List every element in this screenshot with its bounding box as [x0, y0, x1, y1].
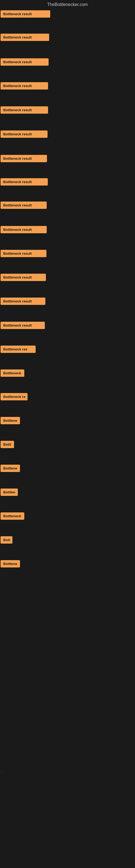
card-row-4: Bottleneck result [1, 82, 48, 91]
card-row-21: Bottlen [1, 489, 18, 497]
card-row-7: Bottleneck result [1, 155, 47, 163]
card-row-22: Bottleneck [1, 513, 24, 521]
bottleneck-card-10[interactable]: Bottleneck result [1, 226, 47, 233]
footnote-text: ... [1, 770, 2, 772]
bottleneck-card-9[interactable]: Bottleneck result [1, 202, 47, 209]
bottleneck-card-2[interactable]: Bottleneck result [1, 34, 49, 41]
card-row-6: Bottleneck result [1, 130, 48, 139]
bottleneck-card-11[interactable]: Bottleneck result [1, 250, 46, 257]
card-row-23: Bott [1, 536, 12, 545]
bottleneck-card-7[interactable]: Bottleneck result [1, 155, 47, 162]
bottleneck-card-19[interactable]: Bottl [1, 441, 14, 448]
card-row-2: Bottleneck result [1, 34, 49, 42]
card-row-12: Bottleneck result [1, 274, 46, 282]
bottleneck-card-3[interactable]: Bottleneck result [1, 58, 49, 66]
bottleneck-card-5[interactable]: Bottleneck result [1, 106, 48, 114]
card-row-10: Bottleneck result [1, 226, 47, 235]
card-row-17: Bottleneck re [1, 393, 28, 401]
bottleneck-card-6[interactable]: Bottleneck result [1, 130, 48, 138]
card-row-11: Bottleneck result [1, 250, 46, 258]
card-row-19: Bottl [1, 441, 14, 449]
card-row-16: Bottleneck [1, 369, 24, 378]
bottleneck-card-24[interactable]: Bottlene [1, 560, 20, 567]
bottleneck-card-20[interactable]: Bottlene [1, 465, 20, 472]
bottleneck-card-4[interactable]: Bottleneck result [1, 82, 48, 90]
card-row-1: Bottleneck result [1, 10, 50, 19]
bottleneck-card-18[interactable]: Bottlene [1, 417, 20, 424]
bottleneck-card-12[interactable]: Bottleneck result [1, 274, 46, 281]
card-row-15: Bottleneck res [1, 346, 36, 354]
bottleneck-card-22[interactable]: Bottleneck [1, 513, 24, 520]
bottleneck-card-23[interactable]: Bott [1, 536, 12, 544]
bottleneck-card-13[interactable]: Bottleneck result [1, 298, 45, 305]
card-row-14: Bottleneck result [1, 322, 45, 330]
bottleneck-card-17[interactable]: Bottleneck re [1, 393, 28, 400]
bottleneck-card-8[interactable]: Bottleneck result [1, 178, 48, 186]
site-title: TheBottlenecker.com [0, 0, 135, 10]
card-row-8: Bottleneck result [1, 178, 48, 187]
bottleneck-card-21[interactable]: Bottlen [1, 489, 18, 496]
card-row-18: Bottlene [1, 417, 20, 425]
card-row-13: Bottleneck result [1, 298, 45, 306]
card-row-9: Bottleneck result [1, 202, 47, 210]
bottleneck-card-15[interactable]: Bottleneck res [1, 346, 36, 353]
bottleneck-card-14[interactable]: Bottleneck result [1, 322, 45, 329]
card-row-20: Bottlene [1, 465, 20, 473]
bottleneck-card-1[interactable]: Bottleneck result [1, 10, 50, 18]
bottleneck-card-16[interactable]: Bottleneck [1, 369, 24, 377]
card-row-5: Bottleneck result [1, 106, 48, 115]
card-row-3: Bottleneck result [1, 58, 49, 67]
card-row-24: Bottlene [1, 560, 20, 568]
